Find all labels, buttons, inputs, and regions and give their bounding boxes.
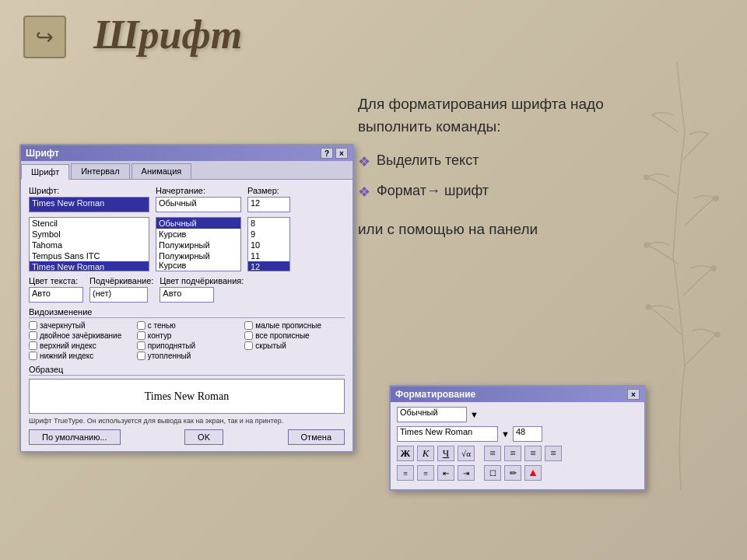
checkbox-subscript[interactable]: нижний индекс <box>29 352 129 360</box>
bullet-diamond-2: ❖ <box>358 182 370 203</box>
font-dialog: Шрифт ? × Шрифт Интервал Анимация Шрифт:… <box>19 144 354 453</box>
underline-button[interactable]: Ч <box>437 446 454 461</box>
effects-label: Видоизменение <box>29 307 345 318</box>
style-list-item[interactable]: Полужирный Курсив <box>156 250 240 271</box>
format-toolbar: Форматирование × Обычный ▼ Times New Rom… <box>389 385 646 491</box>
size-list-item[interactable]: 9 <box>248 229 289 240</box>
size-list-item[interactable]: 8 <box>248 218 289 229</box>
font-color-select[interactable]: Авто <box>29 287 83 303</box>
align-left-button[interactable]: ≡ <box>484 446 501 461</box>
italic-button[interactable]: К <box>417 446 434 461</box>
decrease-indent-button[interactable]: ⇤ <box>437 465 454 481</box>
style-list[interactable]: Обычный Курсив Полужирный Полужирный Кур… <box>156 217 241 271</box>
list-item-selected[interactable]: Times New Roman <box>30 261 149 271</box>
font-list[interactable]: Stencil Symbol Tahoma Tempus Sans ITC Ti… <box>29 217 149 271</box>
font-name-dropdown[interactable]: Times New Roman <box>397 426 498 442</box>
ordered-list-button[interactable]: ≡ <box>397 465 414 481</box>
align-center-button[interactable]: ≡ <box>504 446 521 461</box>
style-group: Начертание: Обычный <box>156 186 241 212</box>
bullet-1-text: Выделить текст <box>377 150 479 171</box>
color-row: Цвет текста: Авто Подчёркивание: (нет) Ц… <box>29 276 345 303</box>
field-labels-row: Шрифт: Times New Roman Начертание: Обычн… <box>29 186 345 212</box>
back-button[interactable]: ↩ <box>23 16 66 58</box>
font-color-button[interactable]: ▲ <box>524 465 542 481</box>
format-toolbar-title: Форматирование <box>395 389 475 400</box>
format-toolbar-titlebar: Форматирование × <box>391 387 644 402</box>
checkbox-strikethrough[interactable]: зачеркнутый <box>29 321 129 330</box>
border-button[interactable]: ☐ <box>484 465 501 481</box>
underline-select[interactable]: (нет) <box>89 287 148 303</box>
font-input[interactable]: Times New Roman <box>29 197 149 212</box>
font-name-group: Шрифт: Times New Roman <box>29 186 149 212</box>
font-label: Шрифт: <box>29 186 149 195</box>
style-list-item-selected[interactable]: Обычный <box>156 218 240 229</box>
list-item[interactable]: Tahoma <box>30 240 149 250</box>
sample-box: Times New Roman <box>29 379 345 414</box>
font-dialog-titlebar: Шрифт ? × <box>21 145 352 161</box>
footer-text: или с помощью на панели <box>358 219 630 241</box>
font-dialog-tabs: Шрифт Интервал Анимация <box>21 161 352 180</box>
font-dialog-controls: ? × <box>321 148 348 159</box>
format-toolbar-close-button[interactable]: × <box>627 389 640 400</box>
checkbox-hidden[interactable]: скрытый <box>244 341 345 350</box>
toolbar-style-row: Обычный ▼ <box>397 407 638 422</box>
sample-label: Образец <box>29 365 345 376</box>
font-dialog-close-button[interactable]: × <box>335 148 348 159</box>
checkbox-small-caps[interactable]: малые прописные <box>244 321 345 330</box>
size-list[interactable]: 8 9 10 11 12 <box>247 217 290 271</box>
checkbox-all-caps[interactable]: все прописные <box>244 331 345 340</box>
checkbox-superscript[interactable]: верхний индекс <box>29 341 129 350</box>
increase-indent-button[interactable]: ⇥ <box>458 465 475 481</box>
intro-text: Для форматирования шрифта надо выполнить… <box>358 93 630 138</box>
justify-button[interactable]: ≡ <box>545 446 562 461</box>
hint-text: Шрифт TrueType. Он используется для выво… <box>29 417 345 425</box>
checkbox-shadow[interactable]: с тенью <box>137 321 237 330</box>
style-list-item[interactable]: Полужирный <box>156 240 240 250</box>
size-group: Размер: 12 <box>247 186 290 212</box>
list-item[interactable]: Tempus Sans ITC <box>30 250 149 261</box>
page-title: Шрифт <box>93 12 242 58</box>
list-item[interactable]: Symbol <box>30 229 149 240</box>
tab-font[interactable]: Шрифт <box>21 164 69 180</box>
style-dropdown[interactable]: Обычный <box>397 407 467 422</box>
underline-group: Подчёркивание: (нет) <box>89 276 153 303</box>
tab-interval[interactable]: Интервал <box>71 163 129 179</box>
size-label: Размер: <box>247 186 290 195</box>
cancel-button[interactable]: Отмена <box>288 429 345 445</box>
checkbox-double-strike[interactable]: двойное зачёркивание <box>29 331 129 340</box>
style-input[interactable]: Обычный <box>156 197 241 212</box>
svg-point-5 <box>644 175 649 180</box>
bullet-2-text: Формат→ шрифт <box>377 180 489 201</box>
list-item[interactable]: Stencil <box>30 218 149 229</box>
size-list-item-selected[interactable]: 12 <box>248 261 289 271</box>
align-right-button[interactable]: ≡ <box>524 446 542 461</box>
font-color-group: Цвет текста: Авто <box>29 276 83 303</box>
highlight-button[interactable]: ✏ <box>504 465 521 481</box>
svg-point-2 <box>711 266 716 271</box>
underline-label: Подчёркивание: <box>89 276 153 285</box>
svg-point-4 <box>714 196 718 201</box>
font-dialog-help-button[interactable]: ? <box>321 148 333 159</box>
size-list-item[interactable]: 10 <box>248 240 289 250</box>
svg-point-0 <box>715 332 720 337</box>
tab-animation[interactable]: Анимация <box>132 163 192 179</box>
size-input[interactable]: 12 <box>247 197 290 212</box>
underline-color-select[interactable]: Авто <box>160 287 214 303</box>
default-button[interactable]: По умолчанию... <box>29 429 121 445</box>
svg-point-3 <box>644 243 649 247</box>
ok-button[interactable]: OK <box>184 429 223 445</box>
checkbox-outline[interactable]: контур <box>137 331 237 340</box>
bullet-2: ❖ Формат→ шрифт <box>358 180 630 203</box>
list-boxes-row: Stencil Symbol Tahoma Tempus Sans ITC Ti… <box>29 217 345 271</box>
formula-button[interactable]: √α <box>458 446 475 461</box>
font-size-dropdown[interactable]: 48 <box>513 426 542 442</box>
style-label: Начертание: <box>156 186 241 195</box>
style-list-item[interactable]: Курсив <box>156 229 240 240</box>
checkbox-engrave[interactable]: утопленный <box>137 352 237 360</box>
bold-button[interactable]: Ж <box>397 446 414 461</box>
unordered-list-button[interactable]: ≡ <box>417 465 434 481</box>
size-list-item[interactable]: 11 <box>248 250 289 261</box>
checkbox-raised[interactable]: приподнятый <box>137 341 237 350</box>
underline-color-group: Цвет подчёркивания: Авто <box>160 276 244 303</box>
bullet-diamond-1: ❖ <box>358 152 370 173</box>
